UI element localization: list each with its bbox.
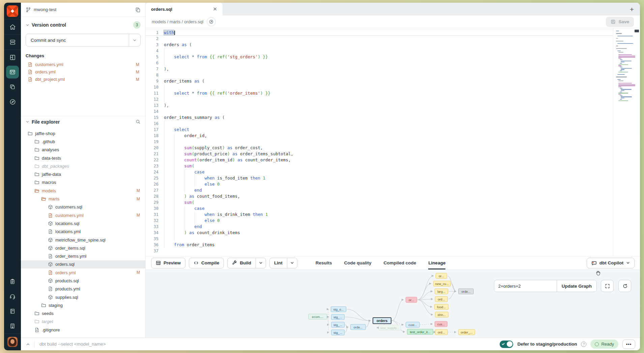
tree-item-seeds[interactable]: seeds: [21, 310, 145, 318]
tree-item-staging[interactable]: staging: [21, 301, 145, 309]
code-line-15[interactable]: 15order_items_summary as (: [146, 115, 613, 121]
lineage-node-y2[interactable]: new_cu...: [433, 281, 451, 287]
organization-building-icon[interactable]: [4, 319, 21, 333]
environments-icon[interactable]: [4, 35, 21, 50]
update-graph-button[interactable]: Update Graph: [557, 280, 596, 292]
tree-item-customers.yml[interactable]: customers.ymlM: [21, 211, 145, 219]
code-line-31[interactable]: 31 when is_drink_item then 1: [146, 212, 613, 218]
tree-item-dbt_packages[interactable]: dbt_packages: [21, 162, 145, 170]
lineage-node-y4[interactable]: ord...: [435, 296, 448, 302]
defer-toggle[interactable]: [500, 341, 513, 348]
lineage-node-ts[interactable]: test_supply...: [379, 325, 401, 331]
code-line-20[interactable]: 20 sum(supply_cost) as order_cost,: [146, 145, 613, 151]
lineage-search-input[interactable]: [494, 280, 557, 292]
code-line-23[interactable]: 23 sum(: [146, 163, 613, 169]
lineage-node-g1[interactable]: orde...: [458, 289, 474, 294]
build-segment[interactable]: Build: [228, 258, 256, 268]
code-line-4[interactable]: 4: [146, 48, 613, 54]
tree-item-customers.sql[interactable]: customers.sql: [21, 203, 145, 211]
lineage-node-s4[interactable]: stg_...: [331, 330, 345, 335]
lint-button[interactable]: Lint: [269, 258, 297, 268]
dbt-command-input[interactable]: [39, 341, 496, 347]
build-dropdown[interactable]: [256, 258, 266, 268]
lineage-node-o1[interactable]: orde...: [350, 324, 366, 330]
orchestration-compass-icon[interactable]: [4, 94, 21, 109]
code-line-19[interactable]: 19: [146, 139, 613, 145]
docs-book-icon[interactable]: [4, 304, 21, 319]
tree-item-jaffle-data[interactable]: jaffle-data: [21, 170, 145, 178]
dashboard-icon[interactable]: [4, 50, 21, 65]
version-control-header[interactable]: Version control 3: [26, 20, 141, 30]
file-explorer-header[interactable]: File explorer: [21, 116, 145, 127]
windows-icon[interactable]: [4, 79, 21, 94]
code-line-21[interactable]: 21 sum(product_price) as order_items_sub…: [146, 151, 613, 157]
lint-dropdown[interactable]: [287, 258, 297, 268]
code-line-18[interactable]: 18 order_id,: [146, 133, 613, 139]
help-icon[interactable]: ?: [581, 342, 586, 347]
chevron-up-icon[interactable]: [26, 342, 30, 347]
tab-code-quality[interactable]: Code quality: [344, 256, 372, 269]
code-line-24[interactable]: 24 case: [146, 169, 613, 175]
code-line-6[interactable]: 6: [146, 60, 613, 66]
tree-item-jaffle-shop[interactable]: jaffle-shop: [21, 129, 145, 137]
commit-dropdown[interactable]: [129, 34, 140, 46]
branch-name[interactable]: mwong-test: [34, 7, 56, 12]
code-line-12[interactable]: 12: [146, 96, 613, 102]
code-line-7[interactable]: 7),: [146, 66, 613, 72]
lineage-node-s1[interactable]: stg_o...: [331, 307, 346, 312]
save-button[interactable]: Save: [606, 17, 634, 27]
lineage-node-e1[interactable]: ecom....: [308, 314, 327, 320]
tree-item-order_items.yml[interactable]: order_items.yml: [21, 252, 145, 260]
tree-item-supplies.sql[interactable]: supplies.sql: [21, 293, 145, 301]
preview-button[interactable]: Preview: [151, 258, 185, 268]
lineage-node-y6[interactable]: drin...: [435, 312, 448, 318]
lineage-node-ord[interactable]: orders: [373, 317, 391, 324]
tab-results[interactable]: Results: [316, 256, 332, 269]
lineage-node-c1[interactable]: cust...: [406, 322, 420, 328]
code-line-32[interactable]: 32 else 0: [146, 218, 613, 224]
new-tab-button[interactable]: +: [630, 6, 634, 13]
copy-file-icon[interactable]: [135, 7, 141, 12]
code-editor[interactable]: 1with23orders as (45 select * from {{ re…: [146, 28, 640, 256]
tree-item-metricflow_time_spine.sql[interactable]: metricflow_time_spine.sql: [21, 236, 145, 244]
lineage-node-y3[interactable]: larg...: [435, 289, 448, 294]
tab-compiled-code[interactable]: Compiled code: [384, 256, 416, 269]
lineage-node-s3[interactable]: stg_...: [331, 322, 345, 328]
minimap[interactable]: [613, 28, 640, 256]
code-line-16[interactable]: 16: [146, 121, 613, 127]
tree-item-orders.sql[interactable]: orders.sql: [21, 260, 145, 268]
clipboard-icon[interactable]: [4, 274, 21, 289]
code-line-13[interactable]: 13),: [146, 102, 613, 108]
code-line-29[interactable]: 29 sum(: [146, 199, 613, 205]
tab-orders-sql[interactable]: orders.sql ✕: [146, 3, 223, 15]
tree-item-.gitignore[interactable]: .gitignore: [21, 326, 145, 334]
code-line-37[interactable]: 37: [146, 248, 613, 254]
code-line-10[interactable]: 10: [146, 84, 613, 90]
code-line-14[interactable]: 14: [146, 108, 613, 115]
code-line-28[interactable]: 28 ) as count_food_items,: [146, 193, 613, 199]
changed-file-dbt_project.yml[interactable]: dbt_project.ymlM: [26, 76, 141, 83]
tree-item-target[interactable]: target: [21, 318, 145, 326]
code-lines[interactable]: 1with23orders as (45 select * from {{ re…: [146, 28, 613, 256]
build-button[interactable]: Build: [227, 258, 266, 268]
tree-item-orders.yml[interactable]: orders.ymlM: [21, 268, 145, 277]
lineage-node-s2[interactable]: stg_...: [331, 314, 345, 320]
changed-file-customers.yml[interactable]: customers.ymlM: [26, 61, 141, 68]
tree-item-locations.yml[interactable]: locations.yml: [21, 228, 145, 236]
more-options-button[interactable]: •••: [622, 340, 635, 349]
lineage-node-y8[interactable]: order_...: [458, 329, 475, 335]
code-line-35[interactable]: 35: [146, 236, 613, 242]
refresh-button[interactable]: [618, 280, 631, 292]
code-line-22[interactable]: 22 count(order_item_id) as count_order_i…: [146, 157, 613, 163]
code-line-1[interactable]: 1with: [146, 30, 613, 36]
code-line-34[interactable]: 34 ) as count_drink_items: [146, 230, 613, 236]
code-line-33[interactable]: 33 end: [146, 224, 613, 230]
ready-status-badge[interactable]: Ready: [590, 340, 618, 349]
tree-item-models[interactable]: modelsM: [21, 187, 145, 195]
ide-icon[interactable]: [4, 65, 21, 79]
code-line-9[interactable]: 9order_items as (: [146, 78, 613, 84]
support-headset-icon[interactable]: [4, 289, 21, 304]
code-line-2[interactable]: 2: [146, 36, 613, 42]
user-avatar[interactable]: [7, 337, 18, 347]
lineage-node-t1[interactable]: test_order_it...: [407, 329, 433, 335]
